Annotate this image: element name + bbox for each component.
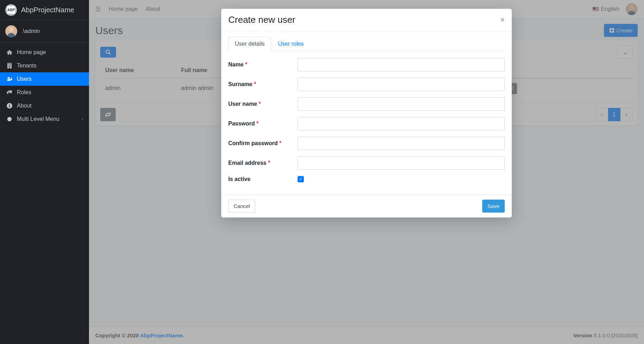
- circle-icon: [6, 116, 13, 122]
- sidebar-item-label: About: [17, 103, 32, 109]
- sidebar-user-name: .\admin: [21, 28, 40, 34]
- tab-user-roles[interactable]: User roles: [271, 37, 310, 51]
- create-user-modal: Create new user × User details User role…: [221, 9, 512, 218]
- sidebar: ABP AbpProjectName .\admin Home page Ten…: [0, 0, 89, 344]
- tab-user-details[interactable]: User details: [228, 37, 271, 51]
- username-field[interactable]: [298, 97, 505, 111]
- save-button[interactable]: Save: [482, 200, 505, 213]
- confirm-password-field[interactable]: [298, 137, 505, 150]
- modal-title: Create new user: [228, 14, 295, 25]
- users-icon: [6, 76, 13, 82]
- is-active-checkbox[interactable]: ✓: [298, 176, 304, 182]
- sidebar-item-home[interactable]: Home page: [0, 46, 89, 59]
- sidebar-item-label: Home page: [17, 49, 46, 56]
- sidebar-item-label: Multi Level Menu: [17, 116, 59, 122]
- label-password: Password *: [228, 121, 298, 127]
- modal-backdrop[interactable]: Create new user × User details User role…: [89, 0, 644, 344]
- brand-name: AbpProjectName: [21, 6, 74, 14]
- sidebar-item-label: Users: [17, 76, 32, 82]
- label-username: User name *: [228, 101, 298, 107]
- label-surname: Surname *: [228, 81, 298, 87]
- sidebar-item-about[interactable]: About: [0, 99, 89, 112]
- label-email: Email address *: [228, 160, 298, 166]
- chevron-left-icon: ‹: [82, 117, 83, 122]
- label-active: Is active: [228, 176, 298, 182]
- home-icon: [6, 50, 13, 55]
- modal-tabs: User details User roles: [228, 37, 505, 51]
- sidebar-item-tenants[interactable]: Tenants: [0, 59, 89, 72]
- svg-point-0: [7, 117, 12, 122]
- sidebar-item-label: Roles: [17, 89, 31, 96]
- surname-field[interactable]: [298, 78, 505, 91]
- email-field[interactable]: [298, 156, 505, 170]
- close-icon[interactable]: ×: [500, 16, 505, 24]
- sidebar-item-users[interactable]: Users: [0, 72, 89, 86]
- password-field[interactable]: [298, 117, 505, 130]
- label-confirm: Confirm password *: [228, 140, 298, 147]
- brand-logo-icon: ABP: [5, 4, 17, 16]
- name-field[interactable]: [298, 58, 505, 71]
- sidebar-item-multilevel[interactable]: Multi Level Menu ‹: [0, 112, 89, 126]
- main: ☰ Home page About English Users Create: [89, 0, 644, 344]
- sidebar-item-label: Tenants: [17, 63, 37, 69]
- building-icon: [6, 63, 13, 69]
- sidebar-item-roles[interactable]: Roles: [0, 86, 89, 99]
- cancel-button[interactable]: Cancel: [228, 200, 255, 213]
- sidebar-nav: Home page Tenants Users Roles About Mult…: [0, 43, 89, 129]
- masks-icon: [6, 90, 13, 95]
- info-icon: [6, 103, 13, 109]
- label-name: Name *: [228, 61, 298, 68]
- avatar-icon: [5, 25, 17, 37]
- sidebar-user[interactable]: .\admin: [0, 20, 89, 43]
- brand[interactable]: ABP AbpProjectName: [0, 0, 89, 20]
